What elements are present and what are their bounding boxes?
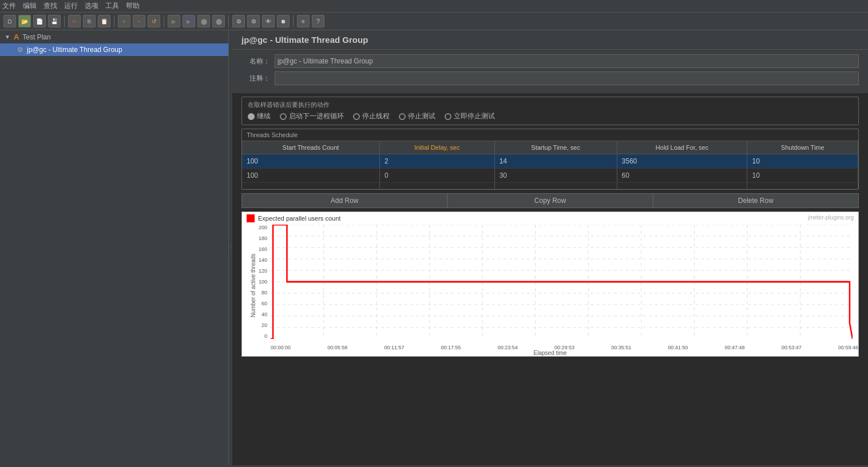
menu-help[interactable]: 帮助 bbox=[126, 1, 140, 11]
x-tick-8: 00:47:48 bbox=[725, 345, 745, 350]
cell-start-threads-2[interactable]: 100 bbox=[242, 169, 379, 183]
content-area: jp@gc - Ultimate Thread Group 名称： 注释： 在取… bbox=[232, 30, 868, 465]
menu-find[interactable]: 查找 bbox=[43, 1, 57, 11]
table-row[interactable] bbox=[242, 183, 858, 189]
toolbar-undo-btn[interactable]: ↺ bbox=[148, 15, 160, 27]
cell-hold-load-2[interactable]: 60 bbox=[617, 169, 747, 183]
action-buttons-row: Add Row Copy Row Delete Row bbox=[241, 193, 859, 208]
radio-next-loop[interactable]: 启动下一进程循环 bbox=[280, 111, 344, 121]
toolbar-config2-btn[interactable]: ⚙ bbox=[247, 15, 260, 27]
x-tick-7: 00:41:50 bbox=[668, 345, 688, 350]
radio-stop-thread[interactable]: 停止线程 bbox=[353, 111, 390, 121]
toolbar-help-btn[interactable]: ? bbox=[312, 15, 324, 27]
cell-shutdown-2[interactable]: 10 bbox=[747, 169, 858, 183]
sidebar-item-threadgroup[interactable]: ⚙ jp@gc - Ultimate Thread Group bbox=[0, 43, 228, 56]
cell-startup-time-2[interactable]: 30 bbox=[494, 169, 617, 183]
radio-stop-test-now-label: 立即停止测试 bbox=[454, 111, 495, 121]
cell-empty-1[interactable] bbox=[242, 183, 379, 189]
add-row-button[interactable]: Add Row bbox=[241, 193, 447, 208]
x-axis-label: Elapsed time bbox=[534, 350, 567, 356]
cell-empty-3[interactable] bbox=[494, 183, 617, 189]
toolbar-remove-btn[interactable]: − bbox=[133, 15, 145, 27]
menu-tools[interactable]: 工具 bbox=[105, 1, 119, 11]
cell-initial-delay-1[interactable]: 2 bbox=[379, 154, 494, 169]
gear-icon: ⚙ bbox=[17, 46, 23, 54]
chart-line-svg bbox=[271, 225, 853, 339]
toolbar-config1-btn[interactable]: ⚙ bbox=[232, 15, 245, 27]
delete-row-button[interactable]: Delete Row bbox=[653, 193, 859, 208]
radio-stop-thread-label: 停止线程 bbox=[362, 111, 390, 121]
toolbar-new-btn[interactable]: 🗋 bbox=[3, 15, 16, 27]
threads-schedule-title: Threads Schedule bbox=[242, 129, 858, 141]
y-tick-200: 200 bbox=[259, 225, 267, 230]
menu-edit[interactable]: 编辑 bbox=[23, 1, 37, 11]
toolbar-stop2-btn[interactable]: ⬤ bbox=[212, 15, 225, 27]
toolbar-run-check-btn[interactable]: ▶ bbox=[183, 15, 195, 27]
sidebar: ▼ A Test Plan ⚙ jp@gc - Ultimate Thread … bbox=[0, 30, 229, 465]
radio-stop-test-now[interactable]: 立即停止测试 bbox=[445, 111, 495, 121]
radio-stop-test-label: 停止测试 bbox=[408, 111, 435, 121]
expand-arrow: ▼ bbox=[5, 34, 10, 40]
toolbar-save-template-btn[interactable]: 📄 bbox=[33, 15, 46, 27]
main-layout: ▼ A Test Plan ⚙ jp@gc - Ultimate Thread … bbox=[0, 30, 868, 465]
name-row: 名称： bbox=[241, 54, 859, 68]
cell-empty-4[interactable] bbox=[617, 183, 747, 189]
chart-legend: Expected parallel users count bbox=[242, 212, 858, 225]
radio-stop-test-circle bbox=[399, 113, 406, 120]
cell-empty-5[interactable] bbox=[747, 183, 858, 189]
radio-continue[interactable]: 继续 bbox=[248, 111, 271, 121]
toolbar-cut-btn[interactable]: ✂ bbox=[68, 15, 81, 27]
error-actions-title: 在取样器错误后要执行的动作 bbox=[248, 101, 853, 109]
toolbar-monitor-btn[interactable]: 👁 bbox=[262, 15, 275, 27]
radio-stop-test[interactable]: 停止测试 bbox=[399, 111, 435, 121]
y-tick-140: 140 bbox=[259, 257, 267, 263]
toolbar-stop1-btn[interactable]: ⬤ bbox=[197, 15, 210, 27]
table-row[interactable]: 100 2 14 3560 10 bbox=[242, 154, 858, 169]
menu-run[interactable]: 运行 bbox=[64, 1, 78, 11]
name-input[interactable] bbox=[275, 54, 859, 68]
col-header-startup-time: Startup Time, sec bbox=[494, 141, 617, 154]
x-tick-0: 00:00:00 bbox=[271, 345, 291, 350]
menubar: 文件 编辑 查找 运行 选项 工具 帮助 bbox=[0, 0, 868, 13]
toolbar-copy-btn[interactable]: ⎘ bbox=[83, 15, 96, 27]
cell-shutdown-1[interactable]: 10 bbox=[747, 154, 858, 169]
y-tick-40: 40 bbox=[261, 312, 267, 317]
menu-options[interactable]: 选项 bbox=[85, 1, 98, 11]
chart-area: jmeter-plugins.org Expected parallel use… bbox=[241, 211, 859, 357]
cell-start-threads-1[interactable]: 100 bbox=[242, 154, 379, 169]
toolbar-run-btn[interactable]: ▶ bbox=[168, 15, 180, 27]
y-tick-100: 100 bbox=[259, 279, 267, 285]
table-row[interactable]: 100 0 30 60 10 bbox=[242, 169, 858, 183]
toolbar-add-btn[interactable]: + bbox=[118, 15, 130, 27]
y-tick-160: 160 bbox=[259, 246, 267, 252]
toolbar: 🗋 📂 📄 💾 ✂ ⎘ 📋 + − ↺ ▶ ▶ ⬤ ⬤ ⚙ ⚙ 👁 ⏺ ≡ ? bbox=[0, 13, 868, 30]
cell-initial-delay-2[interactable]: 0 bbox=[379, 169, 494, 183]
comment-input[interactable] bbox=[275, 71, 859, 85]
panel-title: jp@gc - Ultimate Thread Group bbox=[241, 35, 368, 45]
x-tick-6: 00:35:51 bbox=[611, 345, 631, 350]
sidebar-item-testplan[interactable]: ▼ A Test Plan bbox=[0, 30, 228, 43]
menu-file[interactable]: 文件 bbox=[2, 1, 16, 11]
toolbar-save-btn[interactable]: 💾 bbox=[48, 15, 61, 27]
toolbar-sep5 bbox=[293, 15, 294, 27]
toolbar-list-btn[interactable]: ≡ bbox=[297, 15, 310, 27]
toolbar-paste-btn[interactable]: 📋 bbox=[98, 15, 110, 27]
y-tick-0: 0 bbox=[264, 333, 267, 339]
radio-stop-test-now-circle bbox=[445, 113, 451, 120]
toolbar-record-btn[interactable]: ⏺ bbox=[277, 15, 290, 27]
cell-hold-load-1[interactable]: 3560 bbox=[617, 154, 747, 169]
y-tick-120: 120 bbox=[259, 268, 267, 274]
threadgroup-label: jp@gc - Ultimate Thread Group bbox=[27, 46, 122, 54]
x-tick-4: 00:23:54 bbox=[498, 345, 518, 350]
comment-row: 注释： bbox=[241, 71, 859, 85]
cell-empty-2[interactable] bbox=[379, 183, 494, 189]
legend-color-box bbox=[247, 214, 255, 222]
schedule-table: Start Threads Count Initial Delay, sec S… bbox=[242, 141, 858, 189]
toolbar-open-btn[interactable]: 📂 bbox=[18, 15, 31, 27]
cell-startup-time-1[interactable]: 14 bbox=[494, 154, 617, 169]
error-radio-group: 继续 启动下一进程循环 停止线程 停止测试 立即停止测试 bbox=[248, 111, 853, 121]
copy-row-button[interactable]: Copy Row bbox=[447, 193, 652, 208]
radio-next-loop-circle bbox=[280, 113, 287, 120]
y-tick-60: 60 bbox=[261, 301, 267, 306]
x-tick-2: 00:11:57 bbox=[384, 345, 404, 350]
